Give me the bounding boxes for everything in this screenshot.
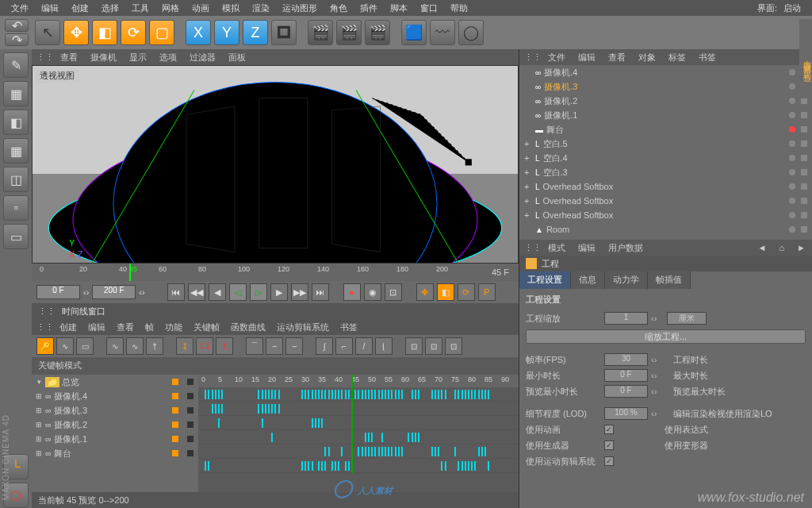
menu-tool[interactable]: 工具 xyxy=(125,1,155,16)
tl-menu-func[interactable]: 功能 xyxy=(159,321,188,334)
object-row[interactable]: ▲Room xyxy=(519,222,812,237)
menu-script[interactable]: 脚本 xyxy=(384,1,414,16)
texture-mode-icon[interactable]: ▦ xyxy=(3,138,29,164)
tl-menu-key[interactable]: 关键帧 xyxy=(188,321,225,334)
rotate-tool-icon[interactable]: ⟳ xyxy=(121,20,146,45)
tab-dynamics[interactable]: 动力学 xyxy=(605,271,648,289)
om-menu-file[interactable]: 文件 xyxy=(542,51,572,64)
select-tool-icon[interactable]: ↖ xyxy=(35,20,60,45)
ui-layout-dropdown[interactable]: 启动 xyxy=(777,1,807,16)
keyframe-track[interactable] xyxy=(198,430,519,444)
menu-window[interactable]: 窗口 xyxy=(414,1,444,16)
tl-menu-motion[interactable]: 运动剪辑系统 xyxy=(271,321,335,334)
model-mode-icon[interactable]: ▦ xyxy=(3,81,29,106)
tl-key3-icon[interactable]: ↥ xyxy=(216,337,233,355)
vp-grip-icon[interactable]: ⋮⋮ xyxy=(36,52,54,63)
timeline-row[interactable]: ⊞∞舞台 xyxy=(32,446,198,460)
menu-mograph[interactable]: 运动图形 xyxy=(276,1,324,16)
next-frame-icon[interactable]: ▶ xyxy=(270,283,288,301)
fps-input[interactable]: 30 xyxy=(604,353,648,366)
anim-checkbox[interactable] xyxy=(604,425,614,434)
timeline-row[interactable]: ▾📁总览 xyxy=(32,375,198,389)
menu-edit[interactable]: 编辑 xyxy=(35,1,65,16)
object-row[interactable]: ∞摄像机.1 xyxy=(519,108,812,122)
menu-help[interactable]: 帮助 xyxy=(444,1,474,16)
menu-mesh[interactable]: 网格 xyxy=(155,1,186,16)
spline-icon[interactable]: 〰 xyxy=(430,20,455,45)
tl-mode-fcurve-icon[interactable]: ∿ xyxy=(56,337,74,355)
record-key-icon[interactable]: ● xyxy=(343,283,361,301)
timeline-row[interactable]: ⊞∞摄像机.3 xyxy=(32,403,198,418)
prev-key-icon[interactable]: ◀◀ xyxy=(188,283,205,301)
object-row[interactable]: ∞摄像机.2 xyxy=(519,94,812,108)
tl-menu-view[interactable]: 查看 xyxy=(111,321,140,334)
tl-menu-frame[interactable]: 帧 xyxy=(140,321,159,334)
scale-project-button[interactable]: 缩放工程... xyxy=(526,329,806,344)
prevmin-input[interactable]: 0 F xyxy=(604,385,648,398)
tl-snap3-icon[interactable]: ⊡ xyxy=(445,337,462,355)
play-back-icon[interactable]: ◁ xyxy=(229,283,247,301)
object-row[interactable]: +L空白.5 xyxy=(519,137,812,151)
object-row[interactable]: +L空白.3 xyxy=(519,165,812,179)
timeline-grip-icon[interactable]: ⋮⋮ xyxy=(38,306,56,317)
z-axis-icon[interactable]: Z xyxy=(243,20,268,45)
prev-frame-icon[interactable]: ◀ xyxy=(209,283,226,301)
key-rot-icon[interactable]: ⟳ xyxy=(458,283,475,301)
attr-menu-edit[interactable]: 编辑 xyxy=(572,241,602,255)
tl-mode-motion-icon[interactable]: ▭ xyxy=(76,337,94,355)
object-row[interactable]: ∞摄像机.3 xyxy=(519,79,812,94)
tl-key2-icon[interactable]: ↧↧ xyxy=(196,337,213,355)
menu-create[interactable]: 创建 xyxy=(65,1,95,16)
workplane-icon[interactable]: ◫ xyxy=(3,167,29,192)
autokey-icon[interactable]: ◉ xyxy=(364,283,381,301)
play-forward-icon[interactable]: ▷ xyxy=(250,283,267,301)
object-manager-tree[interactable]: ∞摄像机.4∞摄像机.3∞摄像机.2∞摄像机.1▬舞台+L空白.5+L空白.4+… xyxy=(519,65,812,240)
key-pos-icon[interactable]: ✥ xyxy=(416,283,434,301)
keyframe-track[interactable] xyxy=(198,402,519,416)
mintime-input[interactable]: 0 F xyxy=(604,369,648,382)
timeline-row[interactable]: ⊞∞摄像机.4 xyxy=(32,389,198,403)
gen-checkbox[interactable] xyxy=(604,441,614,450)
om-menu-edit[interactable]: 编辑 xyxy=(572,51,602,64)
attr-menu-mode[interactable]: 模式 xyxy=(542,241,572,255)
goto-start-icon[interactable]: ⏮ xyxy=(167,283,185,301)
tl-key-icon[interactable]: ↧ xyxy=(176,337,193,355)
make-editable-icon[interactable]: ✎ xyxy=(3,52,29,78)
menu-file[interactable]: 文件 xyxy=(5,1,35,16)
om-menu-bookmark[interactable]: 书签 xyxy=(692,51,722,64)
attr-nav-fwd-icon[interactable]: ► xyxy=(791,242,812,253)
tl-interp4-icon[interactable]: ⌊ xyxy=(375,337,393,355)
tl-tan3-icon[interactable]: ⌣ xyxy=(285,337,303,355)
tab-info[interactable]: 信息 xyxy=(571,271,605,289)
tl-tan1-icon[interactable]: ⌒ xyxy=(246,337,263,355)
timeline-row[interactable]: ⊞∞摄像机.2 xyxy=(32,418,198,432)
key-opts-icon[interactable]: ⊡ xyxy=(385,283,402,301)
primitive-cube-icon[interactable]: 🟦 xyxy=(401,20,427,45)
tab-frameinterp[interactable]: 帧插值 xyxy=(648,271,691,289)
tl-interp3-icon[interactable]: / xyxy=(355,337,373,355)
object-row[interactable]: +LOverhead Softbox xyxy=(519,179,812,194)
object-row[interactable]: +L空白.4 xyxy=(519,151,812,165)
tl-snap1-icon[interactable]: ⊡ xyxy=(405,337,423,355)
menu-char[interactable]: 角色 xyxy=(324,1,354,16)
next-key-icon[interactable]: ▶▶ xyxy=(291,283,308,301)
tl-interp2-icon[interactable]: ⌐ xyxy=(335,337,353,355)
attr-menu-user[interactable]: 用户数据 xyxy=(602,241,649,255)
menu-anim[interactable]: 动画 xyxy=(186,1,216,16)
perspective-viewport[interactable]: 透视视图 YX Z xyxy=(32,65,519,264)
scale-tool-icon[interactable]: ◧ xyxy=(92,20,117,45)
tl-menu-create[interactable]: 创建 xyxy=(54,321,82,334)
tl-mode-dope-icon[interactable]: 🔑 xyxy=(36,337,54,355)
menu-render[interactable]: 渲染 xyxy=(246,1,276,16)
tl-menu-bookmark[interactable]: 书签 xyxy=(335,321,363,334)
timeline-row[interactable]: ⊞∞摄像机.1 xyxy=(32,432,198,446)
menu-select[interactable]: 选择 xyxy=(95,1,125,16)
tl-menu-edit[interactable]: 编辑 xyxy=(82,321,111,334)
om-menu-tags[interactable]: 标签 xyxy=(662,51,692,64)
menu-sim[interactable]: 模拟 xyxy=(216,1,246,16)
tl-link-icon[interactable]: ∿ xyxy=(106,337,124,355)
motion-checkbox[interactable] xyxy=(604,456,614,466)
vp-menu-view[interactable]: 查看 xyxy=(54,51,84,64)
attr-nav-up-icon[interactable]: ⌂ xyxy=(772,242,791,253)
object-row[interactable]: +LOverhead Softbox xyxy=(519,208,812,222)
